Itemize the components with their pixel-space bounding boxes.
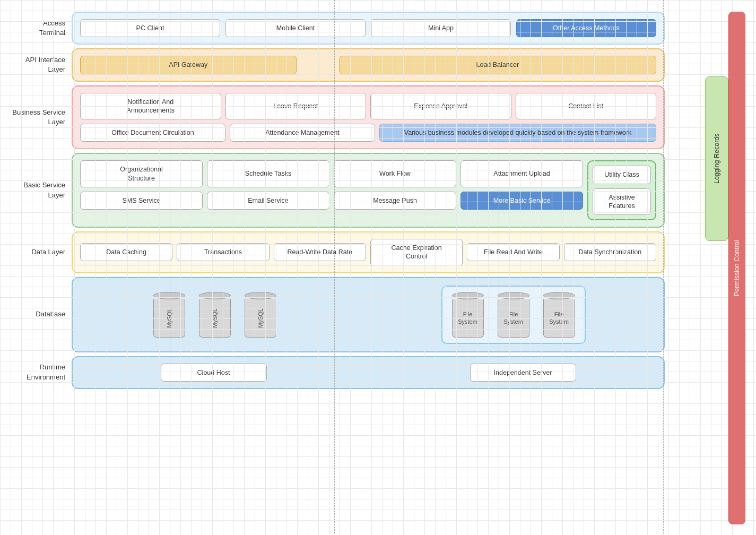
- other-access-box: Other Access Methods: [516, 19, 656, 37]
- transactions-box: Transactions: [177, 243, 269, 261]
- org-structure-box: OrganizationalStructure: [80, 160, 203, 187]
- read-write-box: Read-Write Data Rate: [274, 243, 366, 261]
- logging-records-bar: Logging Records: [705, 76, 728, 241]
- cache-expiration-box: Cache ExpirationControl: [370, 239, 463, 266]
- leave-request-box: Leave Request: [225, 93, 367, 120]
- message-push-box: Message Push: [334, 192, 456, 210]
- independent-server-box: Independent Server: [470, 364, 576, 382]
- pc-client-box: PC Client: [80, 19, 220, 37]
- file-read-write-box: File Read And Write: [467, 243, 559, 261]
- data-sync-box: Data Synchronization: [564, 243, 656, 261]
- attendance-box: Attendance Management: [230, 124, 375, 142]
- basic-service-label: Basic Service Layer: [11, 153, 72, 228]
- office-doc-box: Office Document Circulation: [80, 124, 225, 142]
- schedule-tasks-box: Schedule Tasks: [207, 160, 329, 187]
- workflow-box: Work Flow: [334, 160, 456, 187]
- mysql-cylinder-3: MySQL: [242, 292, 279, 338]
- more-basic-service-box: More Basic Service: [460, 192, 583, 210]
- filesystem-cylinder-2: FileSystem: [496, 292, 532, 338]
- database-label: Database: [11, 277, 72, 352]
- runtime-env-row: Runtime Environment Cloud Host Independe…: [11, 356, 705, 389]
- access-terminal-row: Access Terminal PC Client Mobile Client …: [11, 12, 705, 45]
- email-service-box: Email Service: [207, 192, 329, 210]
- mini-app-box: Mini App: [371, 19, 511, 37]
- permission-control-bar: Permission Control: [728, 12, 745, 524]
- sms-service-box: SMS Service: [80, 192, 203, 210]
- attachment-upload-box: Attachment Upload: [460, 160, 583, 187]
- database-row: Database MySQL: [11, 277, 705, 352]
- basic-service-row: Basic Service Layer OrganizationalStruct…: [11, 153, 705, 228]
- business-service-label: Business Service Layer: [11, 85, 72, 150]
- filesystem-cylinder-1: FileSystem: [450, 292, 486, 338]
- expense-approval-box: Expense Approval: [370, 93, 511, 120]
- api-gateway-box: API Gateway: [80, 56, 297, 74]
- mysql-cylinder-1: MySQL: [151, 292, 187, 338]
- data-caching-box: Data Caching: [80, 243, 172, 261]
- api-interface-row: API Interface Layer API Gateway Load Bal…: [11, 48, 705, 81]
- business-service-row: Business Service Layer Notification AndA…: [11, 85, 705, 150]
- data-layer-label: Data Layer: [11, 231, 72, 273]
- api-interface-label: API Interface Layer: [11, 48, 72, 81]
- contact-list-box: Contact List: [516, 93, 657, 120]
- utility-class-box: Utility Class: [593, 166, 651, 184]
- diagram-wrapper: Access Terminal PC Client Mobile Client …: [0, 0, 756, 535]
- runtime-env-label: Runtime Environment: [11, 356, 72, 389]
- access-terminal-label: Access Terminal: [11, 12, 72, 45]
- data-layer-row: Data Layer Data Caching Transactions Rea…: [11, 231, 705, 273]
- business-modules-box: Various business modules developed quick…: [379, 124, 656, 142]
- mysql-cylinder-2: MySQL: [197, 292, 233, 338]
- cloud-host-box: Cloud Host: [161, 364, 267, 382]
- filesystem-cylinder-3: FileSystem: [541, 292, 577, 338]
- notification-box: Notification AndAnnouncements: [80, 93, 221, 120]
- assistive-features-box: Assistive Features: [593, 188, 651, 215]
- mobile-client-box: Mobile Client: [225, 19, 366, 37]
- load-balancer-box: Load Balancer: [339, 56, 656, 74]
